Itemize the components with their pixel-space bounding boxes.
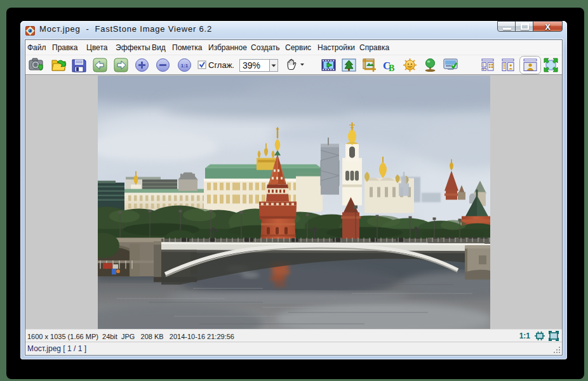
- svg-text:B: B: [389, 64, 394, 73]
- svg-text:Сглаж.: Сглаж.: [208, 60, 234, 70]
- svg-text:1:1: 1:1: [181, 63, 189, 69]
- svg-text:39%: 39%: [243, 60, 260, 70]
